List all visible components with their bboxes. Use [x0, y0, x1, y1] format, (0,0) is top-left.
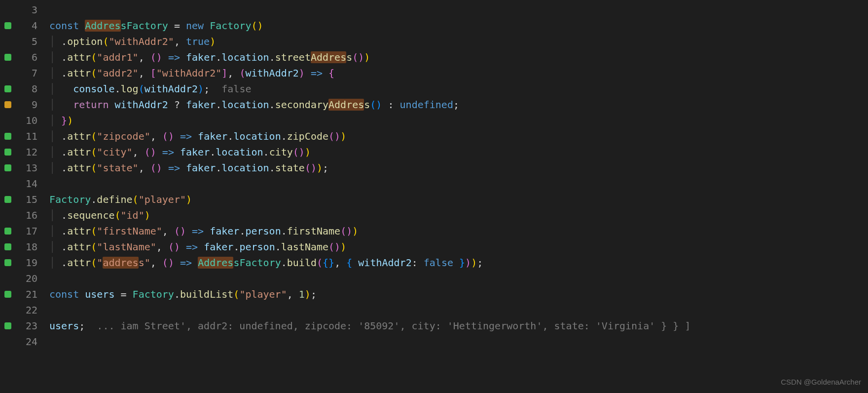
code-token: ? — [174, 99, 180, 111]
code-token: "zipcode" — [97, 130, 150, 142]
code-content[interactable]: const AddressFactory = new Factory() — [49, 18, 868, 34]
code-editor[interactable]: 34const AddressFactory = new Factory()5│… — [0, 0, 868, 350]
code-token: ( — [91, 67, 97, 79]
code-token: attr — [67, 51, 91, 63]
code-content[interactable]: │ .attr("address", () => AddressFactory.… — [49, 255, 868, 271]
code-line[interactable]: 17│ .attr("firstName", () => faker.perso… — [0, 223, 868, 239]
code-line[interactable]: 15Factory.define("player") — [0, 192, 868, 207]
code-token: ) — [257, 20, 263, 32]
code-content[interactable]: │ .attr("addr2", ["withAddr2"], (withAdd… — [49, 65, 868, 81]
code-token: { — [323, 257, 328, 269]
code-content[interactable]: │ .attr("firstName", () => faker.person.… — [49, 223, 868, 239]
code-content[interactable]: │ .option("withAddr2", true) — [49, 34, 868, 49]
code-token: faker — [186, 99, 216, 111]
indent-guide: │ — [49, 257, 61, 269]
code-token: } — [61, 115, 67, 126]
code-line[interactable]: 6│ .attr("addr1", () => faker.location.s… — [0, 49, 868, 65]
code-content[interactable]: │ return withAddr2 ? faker.location.seco… — [49, 97, 868, 113]
code-line[interactable]: 10│ }) — [0, 113, 868, 128]
code-token — [305, 67, 311, 79]
code-content[interactable]: Factory.define("player") — [49, 192, 868, 207]
code-token: ( — [233, 288, 239, 300]
code-line[interactable]: 22 — [0, 302, 868, 318]
code-line[interactable]: 16│ .sequence("id") — [0, 207, 868, 223]
code-token: ; — [477, 257, 483, 269]
code-token: s" — [139, 257, 150, 269]
code-token: ) — [145, 209, 150, 221]
code-token: ; — [311, 288, 317, 300]
code-token — [453, 257, 459, 269]
indent-guide: │ — [49, 162, 61, 174]
code-token: Factory — [239, 257, 281, 269]
code-token: , — [156, 241, 168, 253]
code-line[interactable]: 11│ .attr("zipcode", () => faker.locatio… — [0, 128, 868, 144]
code-content[interactable]: const users = Factory.buildList("player"… — [49, 286, 868, 302]
code-line[interactable]: 8│ console.log(withAddr2); false — [0, 81, 868, 97]
code-line[interactable]: 20 — [0, 271, 868, 286]
line-number: 20 — [16, 271, 49, 286]
code-token: "addr2" — [97, 67, 138, 79]
code-token: location — [233, 130, 281, 142]
line-number: 24 — [16, 334, 49, 350]
code-content[interactable]: │ .sequence("id") — [49, 207, 868, 223]
code-token: . — [281, 130, 287, 142]
code-token: ) — [465, 257, 471, 269]
gutter-diff-marker — [0, 291, 16, 298]
code-token: ( — [91, 225, 97, 237]
code-content[interactable]: users; ... iam Street', addr2: undefined… — [49, 318, 868, 334]
code-content[interactable]: │ }) — [49, 113, 868, 128]
code-token: s — [121, 20, 127, 32]
code-token: . — [61, 36, 67, 47]
code-token: "state" — [97, 162, 138, 174]
code-line[interactable]: 9│ return withAddr2 ? faker.location.sec… — [0, 97, 868, 113]
code-line[interactable]: 12│ .attr("city", () => faker.location.c… — [0, 144, 868, 160]
code-token: ] — [221, 67, 227, 79]
code-content[interactable]: │ .attr("city", () => faker.location.cit… — [49, 144, 868, 160]
code-line[interactable]: 13│ .attr("state", () => faker.location.… — [0, 160, 868, 176]
code-content[interactable]: │ .attr("zipcode", () => faker.location.… — [49, 128, 868, 144]
code-content[interactable]: │ .attr("state", () => faker.location.st… — [49, 160, 868, 176]
code-token: location — [221, 99, 269, 111]
code-token: addres — [103, 257, 138, 269]
code-token: person — [245, 225, 281, 237]
code-token: new — [186, 20, 210, 32]
code-token: => — [180, 257, 192, 269]
code-line[interactable]: 24 — [0, 334, 868, 350]
code-token: . — [275, 241, 281, 253]
code-token: . — [227, 130, 233, 142]
code-token: ( — [328, 130, 334, 142]
code-token: ) — [317, 162, 323, 174]
code-token — [85, 320, 97, 332]
code-line[interactable]: 14 — [0, 176, 868, 192]
code-token — [174, 146, 180, 158]
code-line[interactable]: 23users; ... iam Street', addr2: undefin… — [0, 318, 868, 334]
code-content[interactable]: │ .attr("lastName", () => faker.person.l… — [49, 239, 868, 255]
code-token: "player" — [239, 288, 287, 300]
line-number: 12 — [16, 144, 49, 160]
code-line[interactable]: 18│ .attr("lastName", () => faker.person… — [0, 239, 868, 255]
code-content[interactable]: │ console.log(withAddr2); false — [49, 81, 868, 97]
code-line[interactable]: 19│ .attr("address", () => AddressFactor… — [0, 255, 868, 271]
code-token: "player" — [139, 194, 186, 205]
code-token: ) — [168, 257, 174, 269]
code-token: ) — [168, 130, 174, 142]
code-content[interactable]: │ .attr("addr1", () => faker.location.st… — [49, 49, 868, 65]
code-token: users — [85, 288, 114, 300]
code-token: . — [91, 194, 97, 205]
code-token: attr — [67, 257, 91, 269]
code-line[interactable]: 21const users = Factory.buildList("playe… — [0, 286, 868, 302]
code-token: ) — [364, 51, 370, 63]
code-token: Addres — [328, 99, 364, 111]
code-token: withAddr2 — [358, 257, 411, 269]
code-token: ( — [139, 83, 145, 95]
code-token — [127, 288, 133, 300]
code-token: . — [61, 225, 67, 237]
code-line[interactable]: 4const AddressFactory = new Factory() — [0, 18, 868, 34]
code-token: , — [334, 257, 346, 269]
code-line[interactable]: 7│ .attr("addr2", ["withAddr2"], (withAd… — [0, 65, 868, 81]
code-token: . — [269, 51, 275, 63]
code-line[interactable]: 5│ .option("withAddr2", true) — [0, 34, 868, 49]
code-token: ; — [79, 320, 85, 332]
diff-added-icon — [4, 164, 11, 171]
code-line[interactable]: 3 — [0, 2, 868, 18]
